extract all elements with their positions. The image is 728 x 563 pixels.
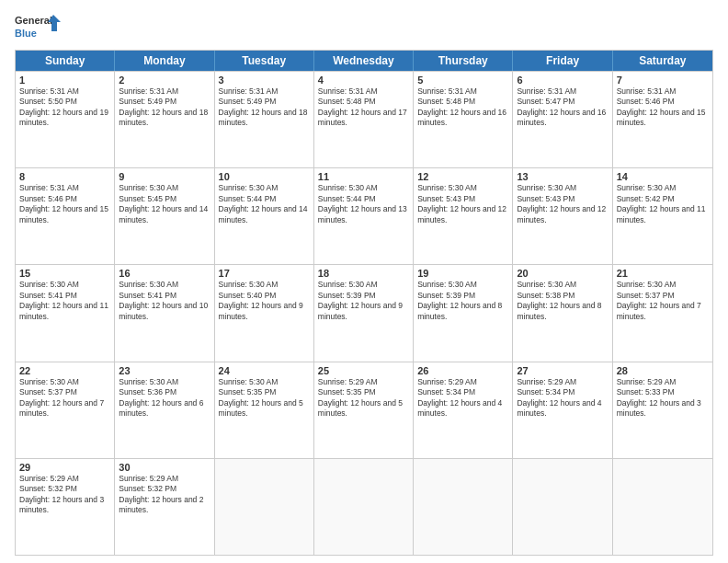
day-info: Sunrise: 5:30 AMSunset: 5:42 PMDaylight:… bbox=[617, 183, 709, 225]
day-info: Sunrise: 5:31 AMSunset: 5:48 PMDaylight:… bbox=[318, 86, 409, 129]
day-number: 18 bbox=[318, 268, 409, 279]
header-wednesday: Wednesday bbox=[314, 51, 414, 71]
day-cell-20: 20 Sunrise: 5:30 AMSunset: 5:38 PMDaylig… bbox=[513, 265, 612, 361]
day-cell-16: 16 Sunrise: 5:30 AMSunset: 5:41 PMDaylig… bbox=[115, 265, 214, 361]
day-info: Sunrise: 5:29 AMSunset: 5:32 PMDaylight:… bbox=[119, 474, 210, 516]
header-thursday: Thursday bbox=[414, 51, 513, 71]
day-info: Sunrise: 5:30 AMSunset: 5:44 PMDaylight:… bbox=[318, 183, 409, 225]
day-info: Sunrise: 5:29 AMSunset: 5:33 PMDaylight:… bbox=[617, 377, 709, 419]
day-number: 10 bbox=[219, 171, 310, 182]
day-number: 22 bbox=[19, 365, 110, 376]
day-number: 2 bbox=[119, 75, 210, 86]
day-number: 30 bbox=[119, 462, 210, 473]
day-cell-12: 12 Sunrise: 5:30 AMSunset: 5:43 PMDaylig… bbox=[414, 168, 513, 264]
week-row-1: 1 Sunrise: 5:31 AMSunset: 5:50 PMDayligh… bbox=[16, 71, 712, 167]
day-number: 25 bbox=[318, 365, 409, 376]
day-number: 21 bbox=[617, 268, 709, 279]
day-cell-28: 28 Sunrise: 5:29 AMSunset: 5:33 PMDaylig… bbox=[613, 362, 712, 458]
day-cell-29: 29 Sunrise: 5:29 AMSunset: 5:32 PMDaylig… bbox=[16, 459, 115, 555]
day-number: 14 bbox=[617, 171, 709, 182]
day-info: Sunrise: 5:30 AMSunset: 5:40 PMDaylight:… bbox=[219, 280, 310, 322]
day-info: Sunrise: 5:30 AMSunset: 5:36 PMDaylight:… bbox=[119, 377, 210, 419]
week-row-5: 29 Sunrise: 5:29 AMSunset: 5:32 PMDaylig… bbox=[16, 458, 712, 555]
day-cell-22: 22 Sunrise: 5:30 AMSunset: 5:37 PMDaylig… bbox=[16, 362, 115, 458]
day-cell-24: 24 Sunrise: 5:30 AMSunset: 5:35 PMDaylig… bbox=[215, 362, 314, 458]
empty-cell bbox=[215, 459, 314, 555]
day-info: Sunrise: 5:30 AMSunset: 5:39 PMDaylight:… bbox=[318, 280, 409, 322]
day-cell-21: 21 Sunrise: 5:30 AMSunset: 5:37 PMDaylig… bbox=[613, 265, 712, 361]
header-saturday: Saturday bbox=[613, 51, 712, 71]
day-cell-30: 30 Sunrise: 5:29 AMSunset: 5:32 PMDaylig… bbox=[115, 459, 214, 555]
day-number: 6 bbox=[517, 75, 608, 86]
svg-text:Blue: Blue bbox=[15, 28, 37, 39]
day-number: 7 bbox=[617, 75, 709, 86]
day-number: 23 bbox=[119, 365, 210, 376]
day-cell-25: 25 Sunrise: 5:29 AMSunset: 5:35 PMDaylig… bbox=[314, 362, 414, 458]
empty-cell bbox=[513, 459, 612, 555]
day-info: Sunrise: 5:30 AMSunset: 5:41 PMDaylight:… bbox=[119, 280, 210, 322]
day-cell-3: 3 Sunrise: 5:31 AMSunset: 5:49 PMDayligh… bbox=[215, 72, 314, 167]
page: General Blue Sunday Monday Tuesday Wedne… bbox=[0, 0, 728, 563]
empty-cell bbox=[314, 459, 414, 555]
day-number: 15 bbox=[19, 268, 110, 279]
day-number: 20 bbox=[517, 268, 608, 279]
day-number: 19 bbox=[417, 268, 508, 279]
header-friday: Friday bbox=[513, 51, 612, 71]
day-info: Sunrise: 5:30 AMSunset: 5:44 PMDaylight:… bbox=[219, 183, 310, 225]
day-number: 1 bbox=[19, 75, 110, 86]
day-number: 16 bbox=[119, 268, 210, 279]
day-cell-8: 8 Sunrise: 5:31 AMSunset: 5:46 PMDayligh… bbox=[16, 168, 115, 264]
day-info: Sunrise: 5:31 AMSunset: 5:48 PMDaylight:… bbox=[417, 86, 508, 129]
day-info: Sunrise: 5:30 AMSunset: 5:43 PMDaylight:… bbox=[417, 183, 508, 225]
day-number: 29 bbox=[19, 462, 110, 473]
calendar-body: 1 Sunrise: 5:31 AMSunset: 5:50 PMDayligh… bbox=[16, 71, 712, 555]
day-cell-5: 5 Sunrise: 5:31 AMSunset: 5:48 PMDayligh… bbox=[414, 72, 513, 167]
day-number: 4 bbox=[318, 75, 409, 86]
day-number: 8 bbox=[19, 171, 110, 182]
week-row-4: 22 Sunrise: 5:30 AMSunset: 5:37 PMDaylig… bbox=[16, 362, 712, 458]
day-cell-7: 7 Sunrise: 5:31 AMSunset: 5:46 PMDayligh… bbox=[613, 72, 712, 167]
empty-cell bbox=[613, 459, 712, 555]
day-number: 12 bbox=[417, 171, 508, 182]
day-cell-6: 6 Sunrise: 5:31 AMSunset: 5:47 PMDayligh… bbox=[513, 72, 612, 167]
header-tuesday: Tuesday bbox=[215, 51, 314, 71]
day-cell-23: 23 Sunrise: 5:30 AMSunset: 5:36 PMDaylig… bbox=[115, 362, 214, 458]
day-number: 11 bbox=[318, 171, 409, 182]
day-number: 3 bbox=[219, 75, 310, 86]
header-monday: Monday bbox=[115, 51, 214, 71]
day-info: Sunrise: 5:31 AMSunset: 5:47 PMDaylight:… bbox=[517, 86, 608, 129]
day-number: 9 bbox=[119, 171, 210, 182]
day-cell-18: 18 Sunrise: 5:30 AMSunset: 5:39 PMDaylig… bbox=[314, 265, 414, 361]
svg-text:General: General bbox=[15, 15, 52, 26]
day-cell-11: 11 Sunrise: 5:30 AMSunset: 5:44 PMDaylig… bbox=[314, 168, 414, 264]
day-cell-26: 26 Sunrise: 5:29 AMSunset: 5:34 PMDaylig… bbox=[414, 362, 513, 458]
day-cell-19: 19 Sunrise: 5:30 AMSunset: 5:39 PMDaylig… bbox=[414, 265, 513, 361]
day-number: 24 bbox=[219, 365, 310, 376]
day-cell-15: 15 Sunrise: 5:30 AMSunset: 5:41 PMDaylig… bbox=[16, 265, 115, 361]
day-info: Sunrise: 5:29 AMSunset: 5:35 PMDaylight:… bbox=[318, 377, 409, 419]
calendar-header: Sunday Monday Tuesday Wednesday Thursday… bbox=[16, 51, 712, 71]
day-cell-13: 13 Sunrise: 5:30 AMSunset: 5:43 PMDaylig… bbox=[513, 168, 612, 264]
day-number: 28 bbox=[617, 365, 709, 376]
day-info: Sunrise: 5:29 AMSunset: 5:32 PMDaylight:… bbox=[19, 474, 110, 516]
day-info: Sunrise: 5:31 AMSunset: 5:46 PMDaylight:… bbox=[19, 183, 110, 225]
day-info: Sunrise: 5:31 AMSunset: 5:46 PMDaylight:… bbox=[617, 86, 709, 129]
day-info: Sunrise: 5:31 AMSunset: 5:50 PMDaylight:… bbox=[19, 86, 110, 129]
day-cell-4: 4 Sunrise: 5:31 AMSunset: 5:48 PMDayligh… bbox=[314, 72, 414, 167]
day-cell-27: 27 Sunrise: 5:29 AMSunset: 5:34 PMDaylig… bbox=[513, 362, 612, 458]
day-number: 17 bbox=[219, 268, 310, 279]
day-cell-9: 9 Sunrise: 5:30 AMSunset: 5:45 PMDayligh… bbox=[115, 168, 214, 264]
day-cell-14: 14 Sunrise: 5:30 AMSunset: 5:42 PMDaylig… bbox=[613, 168, 712, 264]
day-info: Sunrise: 5:30 AMSunset: 5:43 PMDaylight:… bbox=[517, 183, 608, 225]
header: General Blue bbox=[15, 11, 713, 44]
day-cell-2: 2 Sunrise: 5:31 AMSunset: 5:49 PMDayligh… bbox=[115, 72, 214, 167]
day-info: Sunrise: 5:31 AMSunset: 5:49 PMDaylight:… bbox=[219, 86, 310, 129]
day-info: Sunrise: 5:30 AMSunset: 5:37 PMDaylight:… bbox=[19, 377, 110, 419]
day-number: 26 bbox=[417, 365, 508, 376]
day-info: Sunrise: 5:30 AMSunset: 5:35 PMDaylight:… bbox=[219, 377, 310, 419]
calendar: Sunday Monday Tuesday Wednesday Thursday… bbox=[15, 50, 713, 556]
day-info: Sunrise: 5:30 AMSunset: 5:45 PMDaylight:… bbox=[119, 183, 210, 225]
day-number: 5 bbox=[417, 75, 508, 86]
day-info: Sunrise: 5:30 AMSunset: 5:37 PMDaylight:… bbox=[617, 280, 709, 322]
day-info: Sunrise: 5:30 AMSunset: 5:39 PMDaylight:… bbox=[417, 280, 508, 322]
